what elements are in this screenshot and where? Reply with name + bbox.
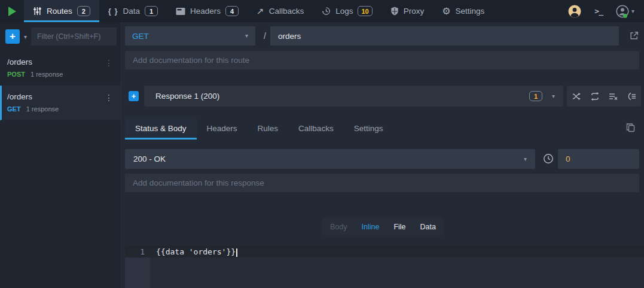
sequential-response-button[interactable] xyxy=(587,88,603,105)
response-select-label: Response 1 (200) xyxy=(155,92,529,101)
tab-logs[interactable]: Logs 10 xyxy=(313,0,381,22)
route-path: /orders xyxy=(7,92,114,101)
routes-count-badge: 2 xyxy=(77,6,90,16)
copy-icon xyxy=(626,123,635,132)
tab-headers[interactable]: Headers 4 xyxy=(167,0,248,22)
editor-background xyxy=(125,257,644,288)
body-mode-data[interactable]: Data xyxy=(413,219,443,234)
route-meta: GET 1 response xyxy=(7,105,114,113)
tab-label: Settings xyxy=(456,7,485,16)
tab-label: Callbacks xyxy=(269,7,304,16)
tab-label: Data xyxy=(123,7,141,16)
chevron-down-icon: ▾ xyxy=(245,33,248,39)
response-select[interactable]: Response 1 (200) 1 ▾ xyxy=(144,86,563,107)
response-count-badge: 1 xyxy=(529,91,542,101)
fallback-icon xyxy=(627,92,637,101)
method-badge: POST xyxy=(7,71,25,78)
plus-icon: + xyxy=(10,31,16,43)
toggle-label: File xyxy=(393,223,405,231)
tab-label: Headers xyxy=(190,7,221,16)
tab-label: Status & Body xyxy=(135,124,187,133)
route-editor: GET ▾ / + Response 1 (200) 1 ▾ xyxy=(122,22,644,288)
latency-input[interactable] xyxy=(558,149,639,169)
logs-count-badge: 10 xyxy=(358,6,372,16)
response-mode-toolbar xyxy=(567,86,641,107)
method-select[interactable]: GET ▾ xyxy=(125,26,255,46)
list-x-icon xyxy=(608,92,618,101)
arrow-up-right-icon: ↗ xyxy=(257,6,264,17)
body-mode-inline[interactable]: Inline xyxy=(355,219,387,234)
tab-label: Settings xyxy=(354,124,383,133)
start-server-button[interactable] xyxy=(0,0,24,22)
fallback-mode-button[interactable] xyxy=(624,88,640,105)
open-route-in-browser-button[interactable] xyxy=(629,31,639,41)
route-menu-kebab-icon[interactable]: ⋮ xyxy=(102,57,116,69)
copy-response-button[interactable] xyxy=(626,123,635,132)
editor-code-line: {{data 'orders'}} xyxy=(156,247,237,257)
route-item-orders-get[interactable]: /orders GET 1 response ⋮ xyxy=(0,86,121,120)
sidebar-header: + ▾ xyxy=(0,22,121,51)
shuffle-icon xyxy=(572,92,581,101)
route-item-orders-post[interactable]: /orders POST 1 response ⋮ xyxy=(0,51,121,86)
terminal-button[interactable]: >_ xyxy=(594,7,603,16)
toggle-label: Body xyxy=(330,223,347,231)
route-menu-kebab-icon[interactable]: ⋮ xyxy=(102,92,116,104)
tab-routes[interactable]: Routes 2 xyxy=(24,0,99,22)
disable-rules-button[interactable] xyxy=(605,88,622,105)
routes-icon xyxy=(33,7,42,16)
data-count-badge: 1 xyxy=(145,6,158,16)
tab-response-settings[interactable]: Settings xyxy=(344,117,393,140)
terminal-icon: >_ xyxy=(594,7,603,16)
add-response-button[interactable]: + xyxy=(129,91,139,101)
status-code-value: 200 - OK xyxy=(133,154,166,163)
body-mode-file[interactable]: File xyxy=(386,219,413,234)
shield-icon xyxy=(390,7,399,16)
tab-label: Logs xyxy=(335,7,353,16)
routes-sidebar: + ▾ /orders POST 1 response ⋮ /orders GE… xyxy=(0,22,121,288)
tab-label: Routes xyxy=(47,7,72,16)
tab-label: Proxy xyxy=(404,7,425,16)
chevron-down-icon: ▾ xyxy=(24,34,27,40)
text-cursor xyxy=(236,248,237,257)
toggle-label: Inline xyxy=(362,223,380,231)
route-path-input[interactable] xyxy=(270,26,619,46)
body-mode-body[interactable]: Body xyxy=(323,219,355,234)
tab-settings[interactable]: ⚙ Settings xyxy=(433,0,493,22)
route-path: /orders xyxy=(7,57,114,66)
latency-clock-icon xyxy=(543,153,554,164)
chevron-down-icon: ▾ xyxy=(552,93,555,99)
path-separator: / xyxy=(261,26,269,46)
tab-data[interactable]: { } Data 1 xyxy=(99,0,167,22)
tab-response-callbacks[interactable]: Callbacks xyxy=(288,117,344,140)
tab-label: Rules xyxy=(258,124,279,133)
tab-rules[interactable]: Rules xyxy=(248,117,289,140)
chevron-down-icon: ▾ xyxy=(524,156,527,162)
play-icon xyxy=(8,7,16,16)
status-row: 200 - OK ▾ xyxy=(125,149,639,169)
topbar: Routes 2 { } Data 1 Headers 4 ↗ Callback… xyxy=(0,0,644,22)
response-count: 1 response xyxy=(26,105,59,113)
filter-input[interactable] xyxy=(31,28,117,46)
tab-proxy[interactable]: Proxy xyxy=(381,0,434,22)
external-link-icon xyxy=(629,31,639,41)
add-route-button[interactable]: + xyxy=(5,29,20,44)
tab-callbacks[interactable]: ↗ Callbacks xyxy=(248,0,313,22)
cloud-account-avatar[interactable] xyxy=(568,5,581,18)
response-row: + Response 1 (200) 1 ▾ xyxy=(125,86,641,107)
body-editor[interactable]: 1 {{data 'orders'}} xyxy=(122,244,644,288)
topbar-spacer xyxy=(493,0,568,22)
tab-status-body[interactable]: Status & Body xyxy=(125,117,197,140)
random-response-button[interactable] xyxy=(568,88,585,105)
tab-response-headers[interactable]: Headers xyxy=(197,117,248,140)
online-status-dot xyxy=(623,14,627,18)
line-number: 1 xyxy=(125,247,145,256)
route-documentation-input[interactable] xyxy=(125,51,639,69)
account-menu-button[interactable]: ▾ xyxy=(616,5,634,18)
response-count: 1 response xyxy=(30,71,63,78)
chevron-down-icon: ▾ xyxy=(631,8,634,14)
status-code-select[interactable]: 200 - OK ▾ xyxy=(125,149,535,169)
repeat-icon xyxy=(590,92,600,101)
response-documentation-input[interactable] xyxy=(125,174,639,192)
add-route-menu-caret[interactable]: ▾ xyxy=(23,34,28,40)
headers-count-badge: 4 xyxy=(225,6,239,16)
